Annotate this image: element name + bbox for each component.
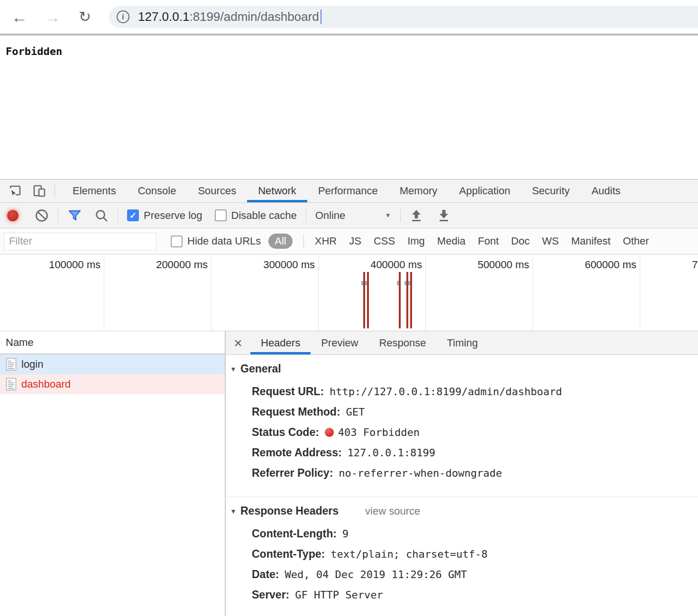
error-request-bar (367, 272, 369, 328)
field-value: 127.0.0.1:8199 (348, 447, 435, 459)
field-value: http://127.0.0.1:8199/admin/dashboard (330, 386, 562, 398)
import-har-icon[interactable] (410, 208, 423, 223)
reload-icon[interactable]: ↻ (79, 9, 91, 24)
disable-cache-checkbox[interactable] (215, 209, 227, 221)
field-value: 403 Forbidden (338, 426, 420, 438)
tab-response[interactable]: Response (368, 331, 436, 354)
export-har-icon[interactable] (437, 208, 450, 223)
url-bar[interactable]: i 127.0.0.1:8199/admin/dashboard (109, 6, 698, 28)
field-value: 9 (342, 528, 349, 540)
timeline-column: 300000 ms (211, 254, 319, 331)
url-path: :8199/admin/dashboard (189, 9, 319, 24)
request-row-login[interactable]: login (0, 354, 225, 374)
section-title: Response Headers (240, 505, 339, 517)
header-field: Request URL:http://127.0.0.1:8199/admin/… (230, 381, 698, 402)
details-tabbar: × Headers Preview Response Timing (226, 331, 698, 355)
request-details-pane: × Headers Preview Response Timing ▼ Gene… (226, 331, 698, 616)
header-field: Content-Type:text/plain; charset=utf-8 (230, 544, 698, 564)
error-request-bar (406, 272, 408, 328)
header-field: Content-Length:9 (230, 524, 698, 544)
tab-sources[interactable]: Sources (187, 180, 247, 202)
timeline-column: 100000 ms (0, 254, 104, 331)
timeline-tick: 700000 ms (692, 259, 698, 271)
field-value: GET (346, 406, 365, 418)
filter-type-js[interactable]: JS (349, 235, 361, 247)
text-caret (321, 9, 321, 24)
tab-security[interactable]: Security (521, 180, 580, 202)
name-column-header[interactable]: Name (0, 331, 225, 354)
search-icon[interactable] (94, 208, 109, 223)
filter-icon[interactable] (67, 208, 82, 223)
throttling-dropdown[interactable]: Online ▼ (315, 209, 391, 222)
request-name: login (21, 358, 43, 371)
response-headers-header[interactable]: ▼ Response Headers view source (230, 505, 698, 517)
request-row-dashboard[interactable]: dashboard (0, 374, 225, 394)
hide-data-urls-checkbox[interactable] (171, 236, 183, 247)
tab-performance[interactable]: Performance (307, 180, 389, 202)
forward-icon[interactable]: → (45, 9, 61, 25)
request-name: dashboard (21, 378, 71, 390)
filter-type-xhr[interactable]: XHR (315, 235, 337, 247)
clear-icon[interactable] (35, 208, 49, 223)
error-request-bar (399, 272, 401, 328)
requests-pane: Name login (0, 331, 226, 616)
disclosure-triangle-icon: ▼ (230, 365, 240, 373)
record-icon[interactable] (7, 210, 18, 221)
hide-data-urls-label: Hide data URLs (187, 235, 261, 247)
timeline-tick: 100000 ms (49, 259, 101, 271)
filter-type-font[interactable]: Font (478, 235, 499, 247)
tab-elements[interactable]: Elements (62, 180, 127, 202)
device-toolbar-icon[interactable] (32, 180, 47, 202)
field-value: GF HTTP Server (295, 589, 383, 601)
page-text: Forbidden (6, 45, 62, 57)
field-value: no-referrer-when-downgrade (339, 467, 502, 479)
status-error-dot-icon (325, 428, 334, 437)
tab-network[interactable]: Network (247, 180, 307, 202)
tab-memory[interactable]: Memory (389, 180, 448, 202)
section-title: General (240, 362, 281, 375)
tab-audits[interactable]: Audits (580, 180, 631, 202)
separator (306, 209, 306, 222)
view-source-link[interactable]: view source (365, 505, 420, 517)
separator (55, 184, 55, 198)
tab-preview[interactable]: Preview (311, 331, 368, 354)
filter-input[interactable] (4, 233, 156, 250)
tab-application[interactable]: Application (448, 180, 521, 202)
close-icon[interactable]: × (226, 331, 250, 354)
filter-type-manifest[interactable]: Manifest (571, 235, 610, 247)
network-filterbar: Hide data URLs All XHR JS CSS Img Media … (0, 228, 698, 254)
filter-type-ws[interactable]: WS (542, 235, 559, 247)
tab-timing[interactable]: Timing (436, 331, 488, 354)
field-label: Remote Address: (252, 446, 342, 459)
filter-type-other[interactable]: Other (623, 235, 649, 247)
filter-type-img[interactable]: Img (407, 235, 425, 247)
inspect-element-icon[interactable] (8, 180, 22, 202)
filter-type-doc[interactable]: Doc (511, 235, 530, 247)
header-field: Date:Wed, 04 Dec 2019 11:29:26 GMT (230, 564, 698, 585)
field-label: Status Code: (252, 426, 319, 438)
timeline-tick: 400000 ms (370, 259, 422, 271)
preserve-log-checkbox[interactable]: ✓ (127, 209, 139, 221)
separator (118, 209, 118, 222)
network-actionbar: ✓ Preserve log Disable cache Online ▼ (0, 203, 698, 228)
filter-type-media[interactable]: Media (437, 235, 466, 247)
tab-console[interactable]: Console (127, 180, 187, 202)
general-section-header[interactable]: ▼ General (230, 362, 698, 375)
response-headers-section: ▼ Response Headers view source Content-L… (226, 497, 698, 616)
disable-cache-label: Disable cache (231, 209, 297, 222)
field-label: Request Method: (252, 406, 340, 418)
field-label: Referrer Policy: (252, 467, 333, 479)
field-value: text/plain; charset=utf-8 (331, 548, 487, 560)
field-label: Content-Length: (252, 527, 337, 540)
header-field: Remote Address:127.0.0.1:8199 (230, 443, 698, 463)
back-icon[interactable]: ← (11, 9, 28, 25)
network-bottom-panes: Name login (0, 331, 698, 616)
document-icon (6, 378, 17, 391)
filter-type-css[interactable]: CSS (374, 235, 395, 247)
separator (303, 234, 304, 248)
tab-headers[interactable]: Headers (250, 331, 311, 354)
info-icon[interactable]: i (117, 10, 129, 23)
filter-type-all[interactable]: All (268, 234, 292, 249)
network-overview-timeline[interactable]: 100000 ms 200000 ms 300000 ms 400000 ms … (0, 254, 698, 331)
chevron-down-icon: ▼ (385, 212, 391, 219)
